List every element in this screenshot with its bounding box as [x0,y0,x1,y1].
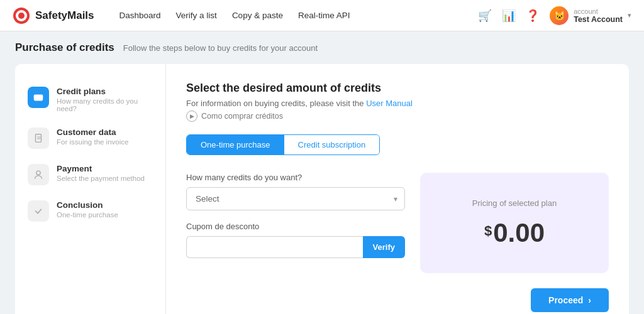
sidebar-customer-data-subtitle: For issuing the invoice [57,138,128,146]
check-icon [33,205,44,217]
sidebar-item-payment[interactable]: Payment Select the payment method [15,156,165,193]
credit-plans-text: Credit plans How many credits do you nee… [57,87,153,112]
nav-copy-paste[interactable]: Copy & paste [232,11,283,20]
nav-links: Dashboard Verify a list Copy & paste Rea… [119,11,460,20]
help-icon[interactable]: ❓ [526,9,540,23]
avatar: 🐱 [550,6,569,25]
svg-point-8 [36,171,40,175]
svg-point-2 [18,13,25,19]
payment-icon-wrap [28,164,49,185]
coupon-input-row: Verify [186,236,405,258]
form-row: How many credits do you want? Select ▾ C… [186,173,609,273]
cart-icon[interactable]: 🛒 [478,9,492,23]
sidebar-payment-title: Payment [57,164,145,173]
sidebar-conclusion-title: Conclusion [57,200,118,210]
svg-rect-4 [34,96,43,98]
logo-icon [13,7,30,24]
credit-subscription-tab[interactable]: Credit subscription [284,135,380,154]
customer-data-text: Customer data For issuing the invoice [57,127,128,146]
proceed-label: Proceed [548,295,583,305]
purchase-type-toggle: One-time purchase Credit subscription [186,134,380,155]
pricing-label: Pricing of selected plan [472,198,557,208]
one-time-purchase-tab[interactable]: One-time purchase [187,135,284,154]
verify-button[interactable]: Verify [363,236,405,258]
proceed-row: Proceed › [186,288,609,312]
sidebar-item-credit-plans[interactable]: Credit plans How many credits do you nee… [15,79,165,120]
pricing-currency: $ [484,223,492,239]
file-icon [33,133,44,144]
brand-name: SafetyMails [35,9,94,22]
form-left: How many credits do you want? Select ▾ C… [186,173,405,258]
coupon-input[interactable] [186,236,363,258]
page-subtitle: Follow the steps below to buy credits fo… [123,43,318,53]
customer-data-icon-wrap [28,127,49,149]
sidebar-item-conclusion[interactable]: Conclusion One-time purchase [15,193,165,229]
credit-plans-icon-wrap [28,87,49,108]
sidebar-credit-plans-subtitle: How many credits do you need? [57,97,153,112]
conclusion-icon-wrap [28,200,49,222]
person-icon [33,169,44,180]
table-icon[interactable]: 📊 [502,9,516,23]
sidebar-customer-data-title: Customer data [57,127,128,137]
account-info: account Test Account [574,8,623,24]
sidebar-credit-plans-title: Credit plans [57,87,153,96]
content-area: Select the desired amount of credits For… [166,64,629,314]
credits-select[interactable]: Select [186,187,405,210]
account-menu[interactable]: 🐱 account Test Account ▾ [550,6,631,25]
coupon-label: Cupom de desconto [186,222,405,231]
user-manual-link[interactable]: User Manual [366,99,413,108]
proceed-button[interactable]: Proceed › [531,288,609,312]
sidebar: Credit plans How many credits do you nee… [15,64,166,314]
proceed-arrow-icon: › [588,295,591,305]
pricing-amount: 0.00 [493,218,545,248]
nav-realtime-api[interactable]: Real-time API [298,11,350,20]
main-container: Credit plans How many credits do you nee… [0,64,644,314]
nav-verify-list[interactable]: Verify a list [176,11,217,20]
sidebar-item-customer-data[interactable]: Customer data For issuing the invoice [15,120,165,156]
sidebar-conclusion-subtitle: One-time purchase [57,211,118,219]
svg-rect-5 [36,134,42,143]
credits-select-wrapper: Select ▾ [186,187,405,210]
section-title: Select the desired amount of credits [186,82,609,95]
coupon-section: Cupom de desconto Verify [186,222,405,258]
account-label: account [574,8,623,15]
credits-label: How many credits do you want? [186,173,405,182]
section-desc-text: For information on buying credits, pleas… [186,99,366,108]
sidebar-payment-subtitle: Select the payment method [57,175,145,182]
conclusion-text: Conclusion One-time purchase [57,200,118,219]
pricing-value: $ 0.00 [484,218,545,248]
video-link[interactable]: ▶ Como comprar créditos [186,111,609,122]
nav-dashboard[interactable]: Dashboard [119,11,161,20]
account-name: Test Account [574,15,623,24]
play-icon: ▶ [186,111,197,122]
payment-text: Payment Select the payment method [57,164,145,182]
logo: SafetyMails [13,7,94,24]
chevron-down-icon: ▾ [628,11,631,19]
credit-card-icon [33,92,44,103]
page-header: Purchase of credits Follow the steps bel… [0,31,644,64]
pricing-box: Pricing of selected plan $ 0.00 [420,173,609,273]
page-title: Purchase of credits [15,41,114,54]
navbar: SafetyMails Dashboard Verify a list Copy… [0,0,644,31]
nav-right: 🛒 📊 ❓ 🐱 account Test Account ▾ [478,6,631,25]
video-link-text: Como comprar créditos [201,112,283,121]
section-desc: For information on buying credits, pleas… [186,99,609,108]
